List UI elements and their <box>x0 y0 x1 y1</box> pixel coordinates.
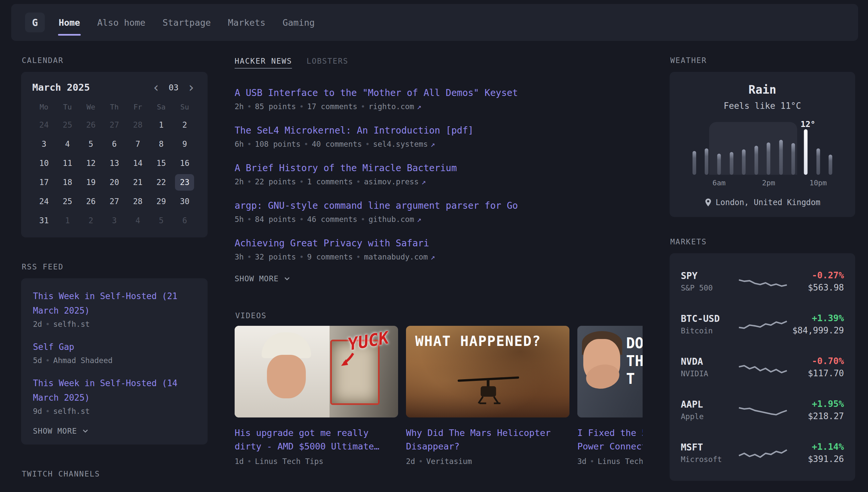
market-symbol[interactable]: AAPL <box>681 399 738 410</box>
calendar-prev-button[interactable]: ‹ <box>151 82 161 92</box>
nav-tab-also-home[interactable]: Also home <box>89 4 154 41</box>
calendar-day: 2 <box>79 211 103 230</box>
market-row-values: +1.14%$391.26 <box>788 442 844 464</box>
story-points: 108 points <box>255 140 300 148</box>
calendar-day: 30 <box>173 192 196 211</box>
rss-item-title[interactable]: Self Gap <box>33 340 196 354</box>
bullet-separator: • <box>46 320 50 328</box>
rss-item-title[interactable]: This Week in Self-Hosted (21 March 2025) <box>33 289 196 318</box>
helicopter-shape <box>455 369 521 408</box>
bullet-separator: • <box>356 177 361 186</box>
market-symbol[interactable]: BTC-USD <box>681 313 738 324</box>
video-title[interactable]: Why Did The Mars Helicopter Disappear? <box>406 426 570 453</box>
market-row-values: +1.95%$218.27 <box>788 399 844 421</box>
bullet-separator: • <box>247 253 252 261</box>
story-source-link[interactable]: github.com <box>368 215 414 224</box>
calendar-day: 8 <box>150 134 173 154</box>
video-meta: 2d•Veritasium <box>406 457 570 466</box>
tab-hacker-news[interactable]: HACKER NEWS <box>235 57 292 69</box>
news-story-list: A USB Interface to the "Mother of All De… <box>235 87 642 261</box>
weather-bar <box>829 155 833 175</box>
nav-tab-gaming[interactable]: Gaming <box>274 4 323 41</box>
rss-show-more-button[interactable]: SHOW MORE <box>33 427 196 435</box>
left-column: CALENDAR March 2025 ‹ 03 › MoTuWeThFrSaS… <box>21 56 208 485</box>
video-age: 3d <box>577 457 586 466</box>
video-thumbnail-art: DO TH T <box>577 326 642 417</box>
story-title[interactable]: A Brief History of the Miracle Bacterium <box>235 162 642 175</box>
markets-heading: MARKETS <box>670 238 855 246</box>
bullet-separator: • <box>46 356 50 365</box>
calendar-day: 26 <box>79 116 103 134</box>
market-row-labels: SPYS&P 500 <box>681 270 738 292</box>
tab-lobsters[interactable]: LOBSTERS <box>307 57 348 69</box>
bullet-separator: • <box>247 215 252 224</box>
calendar-day-grid: 2425262728123456789101112131415161718192… <box>32 116 196 230</box>
external-link-icon: ↗ <box>417 102 421 111</box>
market-symbol[interactable]: MSFT <box>681 442 738 453</box>
video-title[interactable]: I Fixed the 5 Power Connect <box>577 426 642 453</box>
app-logo[interactable]: G <box>25 13 45 32</box>
bullet-separator: • <box>299 177 304 186</box>
market-row-values: -0.70%$117.70 <box>788 356 844 378</box>
middle-column: HACKER NEWSLOBSTERS A USB Interface to t… <box>235 56 642 466</box>
rss-item-age: 2d <box>33 320 42 328</box>
video-thumbnail[interactable]: YUCK <box>235 326 398 417</box>
weather-time-labels: 6am2pm10pm <box>688 179 837 189</box>
market-name: Apple <box>681 412 738 421</box>
story-source-link[interactable]: sel4.systems <box>373 140 428 148</box>
market-name: Microsoft <box>681 455 738 464</box>
calendar-day: 5 <box>79 134 103 154</box>
calendar-next-button[interactable]: › <box>186 82 196 92</box>
video-age: 1d <box>235 457 244 466</box>
market-symbol[interactable]: NVDA <box>681 356 738 367</box>
market-row-labels: AAPLApple <box>681 399 738 421</box>
story-title[interactable]: argp: GNU-style command line argument pa… <box>235 199 642 212</box>
calendar-day: 7 <box>126 134 150 154</box>
market-price: $117.70 <box>788 368 844 378</box>
video-title[interactable]: His upgrade got me really dirty - AMD $5… <box>235 426 398 453</box>
calendar-day: 4 <box>126 211 150 230</box>
market-price: $391.26 <box>788 454 844 464</box>
market-price: $218.27 <box>788 411 844 421</box>
nav-tab-home[interactable]: Home <box>50 4 89 41</box>
market-change: +1.14% <box>788 442 844 452</box>
news-story: A USB Interface to the "Mother of All De… <box>235 87 642 111</box>
market-sparkline-chart <box>738 356 788 377</box>
video-thumbnail-art: WHAT HAPPENED? <box>406 326 570 417</box>
calendar-day: 2 <box>173 116 196 134</box>
calendar-day: 5 <box>150 211 173 230</box>
calendar-day: 18 <box>56 173 79 192</box>
bullet-separator: • <box>299 215 304 224</box>
nav-tab-markets[interactable]: Markets <box>219 4 274 41</box>
rss-item: This Week in Self-Hosted (21 March 2025)… <box>33 289 196 328</box>
weather-location-label: London, United Kingdom <box>716 198 820 207</box>
rss-show-more-label: SHOW MORE <box>33 427 77 435</box>
video-thumbnail[interactable]: WHAT HAPPENED? <box>406 326 570 417</box>
market-name: S&P 500 <box>681 284 738 292</box>
story-source-link[interactable]: righto.com <box>368 102 414 111</box>
market-symbol[interactable]: SPY <box>681 270 738 281</box>
market-row: AAPLApple+1.95%$218.27 <box>681 389 844 431</box>
calendar-day: 28 <box>126 192 150 211</box>
nav-tab-startpage[interactable]: Startpage <box>154 4 219 41</box>
story-title[interactable]: The SeL4 Microkernel: An Introduction [p… <box>235 124 642 137</box>
story-age: 6h <box>235 140 244 148</box>
nav-tabs: HomeAlso homeStartpageMarketsGaming <box>50 4 323 41</box>
news-show-more-button[interactable]: SHOW MORE <box>235 274 642 283</box>
story-meta: 2h•22 points•1 comments•asimov.press↗ <box>235 177 642 186</box>
right-column: WEATHER Rain Feels like 11°C 12° 6am2pm1… <box>669 56 855 481</box>
calendar-day: 21 <box>126 173 150 192</box>
story-points: 32 points <box>255 253 296 261</box>
calendar-day: 1 <box>150 116 173 134</box>
story-title[interactable]: A USB Interface to the "Mother of All De… <box>235 87 642 100</box>
calendar-header: March 2025 ‹ 03 › <box>32 82 196 93</box>
story-source-link[interactable]: matanabudy.com <box>364 253 428 261</box>
weather-bar <box>767 143 770 175</box>
rss-item-title[interactable]: This Week in Self-Hosted (14 March 2025) <box>33 376 196 405</box>
bullet-separator: • <box>361 215 365 224</box>
calendar-weekday: Sa <box>150 102 173 116</box>
weather-bar <box>692 151 696 175</box>
video-thumbnail[interactable]: DO TH T <box>577 326 642 417</box>
story-title[interactable]: Achieving Great Privacy with Safari <box>235 237 642 250</box>
story-source-link[interactable]: asimov.press <box>364 177 419 186</box>
